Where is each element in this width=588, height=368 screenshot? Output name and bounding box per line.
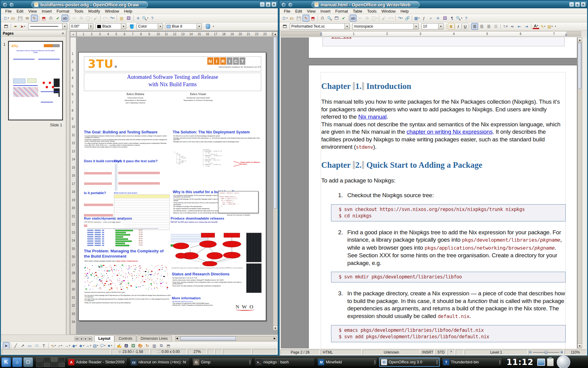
scroll-left-icon[interactable]: ◀ xyxy=(176,336,178,341)
tab-layout[interactable]: Layout xyxy=(94,335,114,342)
menu-format[interactable]: Format xyxy=(54,9,72,13)
fontwork-icon[interactable]: 🅰 xyxy=(123,342,130,349)
doc-link[interactable]: chapter on writing Nix expressions xyxy=(407,128,493,135)
font-size-combo[interactable]: 10 ▼ xyxy=(421,23,443,29)
minimize-icon[interactable]: – xyxy=(260,2,265,7)
undo-icon[interactable]: ↶▾ xyxy=(102,15,108,21)
chevron-down-icon[interactable]: ▼ xyxy=(197,24,202,29)
line-style-combo[interactable]: ▼ xyxy=(28,23,67,29)
italic-icon[interactable]: I xyxy=(455,23,462,30)
redo-icon[interactable]: ↷▾ xyxy=(397,15,404,21)
display-settings-icon[interactable] xyxy=(537,358,545,366)
spellcheck-icon[interactable]: ✔ xyxy=(55,15,61,21)
cut-icon[interactable]: ✂ xyxy=(357,15,364,21)
bold-icon[interactable]: B xyxy=(448,23,454,30)
formatting-marks-icon[interactable]: ¶ xyxy=(449,15,455,21)
chevron-down-icon[interactable]: ▼ xyxy=(158,24,163,29)
menu-edit[interactable]: Edit xyxy=(293,9,304,13)
points-icon[interactable]: ✍ xyxy=(116,342,123,349)
menu-file[interactable]: File xyxy=(281,9,293,13)
alignment-icon[interactable]: ▥ xyxy=(151,342,158,349)
page-preview-icon[interactable]: 🔍 xyxy=(326,15,333,21)
zoom-out-icon[interactable]: ⊖ xyxy=(529,350,532,354)
horizontal-ruler[interactable]: 123456789101112131415161718192021222324 xyxy=(77,32,274,37)
writer-document-area[interactable]: svn ccc Chapter 1. IntroductionThis manu… xyxy=(281,37,582,348)
slider-handle[interactable] xyxy=(545,351,547,354)
save-icon[interactable]: 💾 xyxy=(296,15,302,21)
navigator-icon[interactable]: ✛ xyxy=(435,15,441,21)
edit-mode-icon[interactable]: ✎ xyxy=(31,15,38,21)
menu-modify[interactable]: Modify xyxy=(86,9,102,13)
cut-icon[interactable]: ✂ xyxy=(71,15,78,21)
chevron-down-icon[interactable]: ▼ xyxy=(62,24,67,29)
basic-shapes-icon[interactable]: ◆▾ xyxy=(71,342,78,349)
shade-icon[interactable]: ▲ xyxy=(575,2,580,7)
scroll-down-icon[interactable]: ▼ xyxy=(273,326,277,330)
scroll-up-icon[interactable]: ▲ xyxy=(273,32,277,36)
show-functions-icon[interactable]: ƒ xyxy=(420,15,427,21)
justify-icon[interactable]: ☰ xyxy=(492,23,499,30)
menu-help[interactable]: Help xyxy=(122,9,135,13)
paste-icon[interactable]: 📋▾ xyxy=(371,15,378,21)
window-menu-icon[interactable]: ▾ xyxy=(2,2,8,7)
print-icon[interactable]: ⎙ xyxy=(319,15,326,21)
page-style-field[interactable]: HTML xyxy=(321,350,362,355)
task-button-adobe-reader-sinter2009[interactable]: AAdobe Reader - Sinter2009 xyxy=(67,358,127,367)
draw-titlebar[interactable]: ▾ + buildfarms-poster.odg - OpenOffice.o… xyxy=(1,1,278,8)
zoom-icon[interactable]: 🔍▾ xyxy=(142,15,149,21)
from-file-icon[interactable]: 🖼 xyxy=(130,342,137,349)
menu-tools[interactable]: Tools xyxy=(72,9,86,13)
rectangle-icon[interactable]: ▭ xyxy=(26,342,33,349)
decrease-indent-icon[interactable]: ⇤ xyxy=(516,23,523,30)
page1-code-fragment[interactable]: svn ccc xyxy=(331,37,352,39)
save-icon[interactable]: 💾 xyxy=(17,15,24,21)
underline-icon[interactable]: U xyxy=(462,23,469,30)
poster-page[interactable]: 3TU.NIRICTNetherlands Institute for Rese… xyxy=(78,52,266,321)
desktop-pager[interactable] xyxy=(36,357,65,367)
sticky-icon[interactable]: + xyxy=(9,2,14,7)
symbol-shapes-icon[interactable]: ☻▾ xyxy=(78,342,85,349)
klipper-clipboard-icon[interactable] xyxy=(547,358,554,366)
chevron-down-icon[interactable]: ▼ xyxy=(438,24,443,29)
zoom-slider[interactable]: ⊖ ⊕ xyxy=(529,350,564,355)
task-button-openoffice-org-3-0[interactable]: OOpenOffice.org 3.0▲2▼ xyxy=(379,358,440,367)
slide-thumbnail[interactable]: 3TU. Automated Software Testing and Rele… xyxy=(8,41,63,120)
autospellcheck-icon[interactable]: ab xyxy=(350,15,356,21)
zoom-in-icon[interactable]: ⊕ xyxy=(560,350,563,354)
k-menu-icon[interactable]: K xyxy=(1,357,11,367)
new-document-icon[interactable]: 🗋▾ xyxy=(281,15,288,21)
format-paintbrush-icon[interactable]: 🖌 xyxy=(380,15,387,21)
connector-icon[interactable]: ⌐▾ xyxy=(57,342,64,349)
menu-tools[interactable]: Tools xyxy=(365,9,379,13)
send-mail-icon[interactable]: ✉ xyxy=(24,15,31,21)
scrollbar-thumb[interactable] xyxy=(180,336,236,341)
paragraph-style-combo[interactable]: Preformatted Text.sc ▼ xyxy=(290,23,350,29)
gear-partial-icon[interactable] xyxy=(557,355,570,368)
task-button-gimp[interactable]: GGimp▲2▼ xyxy=(192,358,252,367)
edit-mode-icon[interactable]: ✎ xyxy=(303,15,309,21)
maximize-icon[interactable]: ▲ xyxy=(266,2,271,7)
task-button-niksnut-on-nixos-tnc-ht[interactable]: czniksnut on #nixos (+tnc): ht xyxy=(129,358,190,367)
help-icon[interactable]: ? xyxy=(149,15,156,21)
open-icon[interactable]: 🗁 xyxy=(10,15,17,21)
copy-icon[interactable]: ⧉ xyxy=(364,15,371,21)
scrollbar-thumb[interactable] xyxy=(578,43,582,89)
block-arrows-icon[interactable]: ⇔▾ xyxy=(85,342,92,349)
menu-help[interactable]: Help xyxy=(398,9,411,13)
background-color-icon[interactable]: ▨▾ xyxy=(547,23,553,30)
line-color-combo[interactable]: Black ▼ xyxy=(96,23,126,29)
numbered-list-icon[interactable]: ⒈≡ xyxy=(502,23,509,30)
pen-icon[interactable]: ✒ xyxy=(12,23,19,30)
export-pdf-icon[interactable]: ⬒ xyxy=(40,15,47,21)
new-document-icon[interactable]: 🗋▾ xyxy=(3,15,9,21)
table-icon[interactable]: ▦▾ xyxy=(413,15,420,21)
print-icon[interactable]: ⎙ xyxy=(47,15,54,21)
export-pdf-icon[interactable]: ⬒ xyxy=(310,15,316,21)
window-menu-icon[interactable]: ▾ xyxy=(281,2,286,7)
highlight-icon[interactable]: ✎▾ xyxy=(540,23,546,30)
task-button-minefield[interactable]: MMinefield▲3▼ xyxy=(317,358,377,367)
navigator-icon[interactable]: ✛ xyxy=(135,15,141,21)
html-source-icon[interactable]: 🗔 xyxy=(333,15,340,21)
scroll-right-icon[interactable]: ▶ xyxy=(274,336,276,341)
help-icon[interactable]: ? xyxy=(463,15,469,21)
